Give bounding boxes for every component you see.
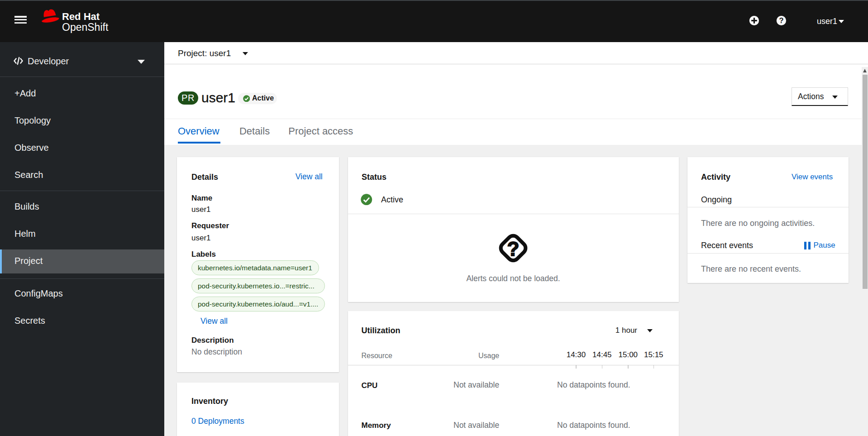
svg-text:?: ? — [779, 16, 783, 24]
svg-text:?: ? — [507, 238, 519, 260]
